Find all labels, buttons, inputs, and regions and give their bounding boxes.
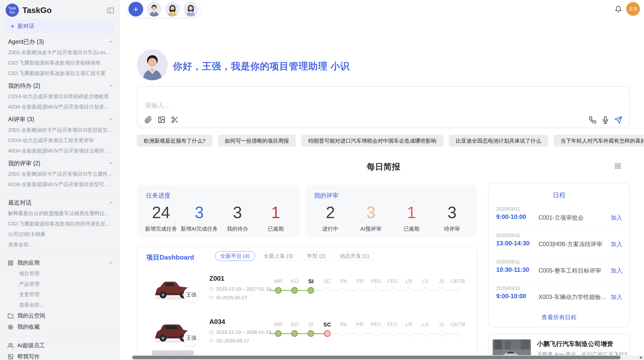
join-meeting-link[interactable]: 加入 bbox=[611, 293, 622, 301]
milestone-dot-oktb[interactable] bbox=[455, 331, 461, 336]
chat-input[interactable] bbox=[144, 101, 425, 109]
milestone-dot-oktb[interactable] bbox=[455, 288, 461, 293]
milestone-label-fec: FEC bbox=[387, 321, 398, 327]
conversation-item[interactable]: Z001-全新燃油皮卡产品开发项目SI节点Lesson Learn报告 bbox=[0, 47, 120, 58]
stat-label: 已逾期 bbox=[391, 225, 432, 232]
avatar[interactable] bbox=[165, 2, 180, 17]
recent-conversation-item[interactable]: C02-飞腾新能源轻客改款项目的闭环通告反馈情况 bbox=[0, 219, 120, 229]
chevron-up-icon[interactable] bbox=[108, 83, 113, 88]
tab-powertrain[interactable]: 动总开发 (1) bbox=[334, 251, 375, 261]
suggestion-chip[interactable]: 特朗普可能对进口汽车增税会对中国车企造成哪些影响 bbox=[301, 135, 443, 147]
scrollbar-thumb[interactable] bbox=[132, 356, 621, 359]
view-all-conversations-link[interactable]: 查看全部... bbox=[0, 239, 120, 250]
stat-value: 3 bbox=[180, 204, 218, 221]
milestone-dot-fec[interactable] bbox=[390, 288, 395, 293]
sidebar-item-help-me-write[interactable]: 帮我写作 bbox=[0, 351, 120, 360]
sidebar-collapse-icon[interactable] bbox=[107, 7, 114, 15]
join-meeting-link[interactable]: 加入 bbox=[611, 214, 622, 222]
avatar[interactable] bbox=[183, 2, 198, 17]
avatar[interactable] bbox=[147, 2, 162, 17]
microphone-icon[interactable] bbox=[602, 116, 609, 124]
section-header-agent-done[interactable]: Agent已办 (3) bbox=[0, 36, 120, 47]
sidebar-item-ai-super-staff[interactable]: AI超级员工 bbox=[0, 340, 120, 351]
project-owner-badge: 王强 bbox=[183, 287, 199, 303]
milestone-dot-pr[interactable] bbox=[357, 288, 363, 293]
new-chat-button[interactable]: + 新对话 bbox=[6, 20, 114, 33]
chevron-up-icon[interactable] bbox=[108, 117, 113, 122]
milestone-dot-si[interactable] bbox=[308, 330, 314, 337]
phone-icon[interactable] bbox=[589, 116, 596, 124]
image-icon[interactable] bbox=[158, 116, 165, 124]
milestone-dot-pa[interactable] bbox=[341, 331, 346, 336]
milestone-dot-pa[interactable] bbox=[341, 288, 346, 293]
chevron-up-icon[interactable] bbox=[108, 161, 113, 166]
chevron-up-icon[interactable] bbox=[108, 39, 113, 44]
sidebar-item-my-apps[interactable]: 我的应用 bbox=[0, 257, 120, 268]
milestone-dot-lr[interactable] bbox=[406, 288, 412, 293]
milestone-dot-pr[interactable] bbox=[357, 331, 363, 336]
milestone-dot-ls[interactable] bbox=[422, 331, 428, 336]
app-item-product-mgmt[interactable]: 产品管理 bbox=[0, 279, 120, 289]
view-all-apps-link[interactable]: 查看全部... bbox=[0, 300, 120, 310]
section-header-ai-review[interactable]: AI评审 (3) bbox=[0, 114, 120, 125]
project-row[interactable]: 王强 A034 2023-12-19 ~ 2026-01-19 SC-2025-… bbox=[137, 315, 477, 353]
suggestion-chip[interactable]: 比亚迪全固态电池计划具体说了什么 bbox=[449, 135, 548, 147]
join-meeting-link[interactable]: 加入 bbox=[611, 267, 622, 275]
milestone-dot-ko[interactable] bbox=[291, 287, 298, 294]
layout-grid-icon[interactable] bbox=[614, 163, 621, 170]
suggestion-chip[interactable]: 欧洲新规最近颁布了什么? bbox=[137, 135, 212, 147]
notifications-bell-icon[interactable] bbox=[615, 6, 622, 14]
join-meeting-link[interactable]: 加入 bbox=[611, 240, 622, 248]
tab-new-platform[interactable]: 全新平台 (4) bbox=[215, 251, 255, 261]
tab-model-year[interactable]: 年型 (2) bbox=[302, 251, 331, 261]
section-header-my-todo[interactable]: 我的待办 (2) bbox=[0, 80, 120, 91]
conversation-item[interactable]: A034-全新新能源MUV产品开发项目计划变更表编写 bbox=[0, 102, 120, 112]
milestone-dot-j1[interactable] bbox=[439, 288, 444, 293]
send-icon[interactable] bbox=[614, 116, 622, 124]
conversation-item[interactable]: C02-飞腾新能源轻客改款项目立项汇报方案 bbox=[0, 68, 120, 79]
tab-new-body[interactable]: 全新上装 (3) bbox=[258, 251, 299, 261]
milestone-dot-mr[interactable] bbox=[275, 287, 282, 294]
sidebar-item-my-favorites[interactable]: 我的收藏 bbox=[0, 321, 120, 333]
recent-conversation-item[interactable]: 公司Q3轻卡销量 bbox=[0, 229, 120, 239]
suggestion-chip[interactable]: 如何写一份清晰的项目周报 bbox=[218, 135, 296, 147]
sidebar-item-my-cloud[interactable]: 我的云空间 bbox=[0, 310, 120, 321]
conversation-item[interactable]: C0X4-动力总成开发项目工程变更评审 bbox=[0, 135, 120, 146]
scrollbar-right-arrow[interactable]: ▶ bbox=[640, 355, 642, 359]
add-session-button[interactable]: + bbox=[128, 2, 143, 17]
app-item-project-mgmt[interactable]: 项目管理 bbox=[0, 268, 120, 279]
milestone-dot-fec[interactable] bbox=[390, 331, 395, 336]
milestone-dot-mr[interactable] bbox=[275, 330, 282, 337]
app-item-change-mgmt[interactable]: 变更管理 bbox=[0, 289, 120, 300]
project-row[interactable]: 王强 Z001 2023-12-19 ~ 2027-01-19 SI-2025-… bbox=[137, 272, 477, 310]
stat-new-ai-completed-tasks: 3 新增AI完成任务 bbox=[180, 204, 218, 232]
conversation-item[interactable]: Z001-全新燃油轻卡产品开发项目SI造型提交物评审 bbox=[0, 125, 120, 135]
recent-conversation-item[interactable]: 解释最新出台的欧盟报废车法规再生塑料比例被调至15%... bbox=[0, 208, 120, 219]
conversation-item[interactable]: Z001-全新燃油轻卡产品开发项目SI节点属性5D文件评审 bbox=[0, 169, 120, 179]
section-header-my-review[interactable]: 我的评审 (2) bbox=[0, 158, 120, 169]
view-all-schedule-link[interactable]: 查看所有日程 bbox=[489, 313, 630, 321]
milestone-dot-lr[interactable] bbox=[406, 331, 412, 336]
conversation-item[interactable]: C0X4-动力总成开发项目SI里程碑提交物检查 bbox=[0, 91, 120, 102]
milestone-dot-ko[interactable] bbox=[291, 330, 298, 337]
milestone-dot-si[interactable] bbox=[308, 287, 314, 294]
milestone-dot-j1[interactable] bbox=[439, 331, 444, 336]
suggestion-chip[interactable]: 当下年轻人对汽车外观有怎样的喜好趋势 bbox=[554, 135, 644, 147]
stat-overdue: 1 已逾期 bbox=[257, 204, 295, 232]
conversation-item[interactable]: A034-全新新能源MUV产品开发项目造型可行性评审 bbox=[0, 179, 120, 190]
schedule-item: 2025/03/11 10:30-11:30 C005-整车工程目标评审 加入 bbox=[489, 259, 630, 277]
chevron-up-icon[interactable] bbox=[108, 260, 113, 265]
divider bbox=[0, 336, 120, 336]
milestone-dot-sc[interactable] bbox=[325, 288, 330, 293]
scissors-icon[interactable] bbox=[171, 116, 179, 124]
paperclip-icon[interactable] bbox=[144, 116, 152, 124]
milestone-dot-sc[interactable] bbox=[324, 330, 331, 337]
user-avatar[interactable]: 王强 bbox=[626, 2, 640, 16]
milestone-dot-ls[interactable] bbox=[422, 288, 428, 293]
section-header-recent[interactable]: 最近对话 bbox=[0, 197, 120, 208]
chevron-up-icon[interactable] bbox=[108, 200, 113, 205]
conversation-item[interactable]: C02-飞腾新能源轻客改款项目里程碑画布 bbox=[0, 58, 120, 68]
conversation-item[interactable]: A034-全新新能源MUV产品开发项目法规符合性评审 bbox=[0, 146, 120, 156]
milestone-dot-pec[interactable] bbox=[373, 331, 379, 336]
milestone-dot-pec[interactable] bbox=[373, 288, 379, 293]
